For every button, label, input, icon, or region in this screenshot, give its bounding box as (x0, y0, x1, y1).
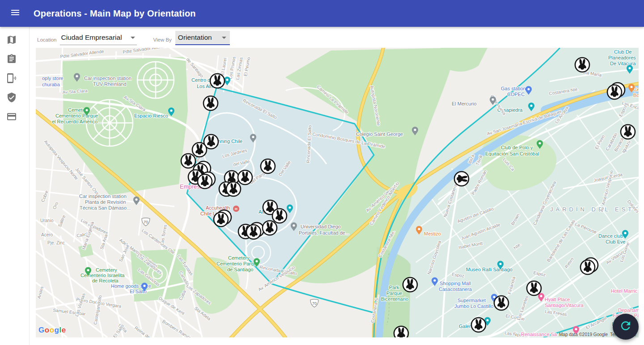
map-label: De Vitacura (610, 61, 636, 66)
location-value: Ciudad Empresarial (61, 34, 122, 42)
vehicle-marker[interactable] (403, 278, 417, 292)
map-attribution: Map data ©2019 Google (559, 332, 608, 337)
sidebar-item-map[interactable] (0, 31, 30, 50)
map-label: Universidad Diego (301, 224, 341, 229)
map-label: Accuhealth (206, 205, 230, 210)
map-label: COPEC (507, 92, 525, 97)
map-label: Equitación San Cristóbal (485, 151, 539, 156)
map-label: Hotel Marric (611, 288, 638, 294)
chevron-down-icon (131, 37, 135, 39)
map-label: Supermarket (458, 298, 486, 303)
sidebar-item-devices[interactable] (0, 69, 30, 88)
filter-toolbar: Location Ciudad Empresarial View By Orie… (30, 27, 644, 48)
map-label: Hyatt Place (545, 297, 570, 302)
map-icon (6, 34, 17, 47)
hamburger-menu-button[interactable] (4, 3, 26, 24)
map-label: Portales, Facultad de... (299, 230, 349, 236)
location-select[interactable]: Ciudad Empresarial (60, 32, 137, 45)
map-label: Espacio Riesco (134, 113, 168, 118)
viewby-value: Orientation (178, 34, 212, 42)
map-label: Planeadores (608, 55, 636, 60)
svg-text:70: 70 (144, 220, 148, 224)
vehicle-marker[interactable] (394, 326, 408, 337)
map-label: Técnica San Dámaso... (80, 205, 131, 210)
viewby-select[interactable]: Orientation (175, 31, 230, 45)
map-label: Cemetery (96, 267, 117, 273)
google-logo-letter: G (38, 326, 45, 334)
sidebar (0, 27, 30, 345)
map-label: Jumbo Lo Castillo (454, 303, 493, 309)
app-bar: Operations - Main Map by Orientation (0, 0, 644, 27)
map-label: oply store (42, 76, 64, 81)
viewby-label: View By (153, 37, 171, 42)
map-label: el Recuerdo Américo... (52, 119, 102, 124)
vehicle-marker[interactable] (181, 154, 195, 168)
vehicle-marker[interactable] (261, 159, 275, 173)
svg-text:70: 70 (312, 301, 317, 306)
vehicle-marker[interactable] (263, 221, 277, 235)
map-label: Club De (614, 49, 632, 55)
google-logo-letter: o (50, 326, 55, 334)
refresh-fab[interactable] (613, 314, 639, 340)
sidebar-item-payments[interactable] (0, 108, 30, 127)
map-label: Car inspection station (79, 194, 127, 199)
map-label: Pje. Zinc (47, 240, 65, 245)
map-label: Museo Ralli Santiago (466, 267, 513, 272)
map-label: Planta de Revisión (85, 199, 126, 205)
vehicle-marker[interactable] (238, 170, 252, 185)
google-logo-letter: o (45, 326, 50, 334)
svg-text:H: H (235, 207, 237, 211)
vehicle-marker[interactable] (527, 281, 541, 295)
map-label: Departam (618, 307, 639, 313)
map-label: Uranio (40, 218, 54, 223)
poi-pin: H (233, 206, 239, 212)
google-logo[interactable]: Google (38, 326, 66, 335)
sidebar-item-security[interactable] (0, 88, 30, 108)
map-label: Colegio Saint George (356, 131, 403, 137)
map-label: Bord (633, 93, 639, 98)
map-label: Cementerio Parque (55, 113, 98, 118)
vehicle-marker[interactable] (454, 172, 469, 186)
map-label: Car inspection station (84, 76, 131, 81)
map-canvas[interactable]: 7070 Pdte Salvador AllendePdte Salvador … (36, 48, 639, 337)
map-label: Mestizo (424, 231, 441, 236)
map-label: Park (389, 285, 399, 290)
vehicle-marker[interactable] (621, 125, 635, 139)
map-label: Parque (386, 290, 402, 296)
map-label: de Santiago (227, 267, 254, 272)
map-label: Cemetery (228, 255, 250, 261)
sidebar-item-tasks[interactable] (0, 50, 30, 69)
location-label: Location (37, 37, 56, 42)
map-label: Casacostanera (439, 286, 472, 292)
refresh-icon (619, 319, 632, 334)
clipboard-icon (6, 54, 17, 66)
phone-ring-icon (6, 73, 17, 85)
vehicle-marker[interactable] (575, 58, 589, 72)
chevron-down-icon (222, 37, 226, 39)
map-label: de Recoleta (92, 278, 119, 283)
vehicle-marker[interactable] (203, 96, 218, 110)
map-label: Renaissance Sa (521, 332, 557, 337)
map-label: Club Eve (606, 239, 626, 244)
vehicle-marker[interactable] (192, 143, 207, 157)
map-label: Santiago/Vitacura (545, 303, 584, 308)
map-label: Club de Polo y (501, 145, 533, 150)
vehicle-marker[interactable] (471, 318, 486, 332)
page-title: Operations - Main Map by Orientation (34, 8, 196, 19)
vehicle-marker[interactable] (226, 182, 241, 196)
map-label: Bicentenario (381, 296, 408, 302)
google-logo-letter: g (55, 326, 59, 334)
map-label: Shopping Mall (440, 281, 471, 286)
vehicle-marker[interactable] (272, 209, 287, 223)
map-label: El Mercurio (452, 101, 477, 106)
vehicle-marker[interactable] (494, 296, 508, 310)
vehicle-marker[interactable] (210, 74, 225, 88)
map-label: TÜV Rheinland (93, 81, 127, 87)
map-label: JARDÍN DEL ESTE (550, 206, 639, 213)
map-label: Acero (41, 232, 53, 237)
menu-icon (10, 7, 21, 20)
shield-check-icon (6, 92, 17, 105)
map-label: Dance club (598, 233, 623, 239)
credit-card-icon (6, 111, 17, 124)
google-logo-letter: e (62, 326, 66, 334)
